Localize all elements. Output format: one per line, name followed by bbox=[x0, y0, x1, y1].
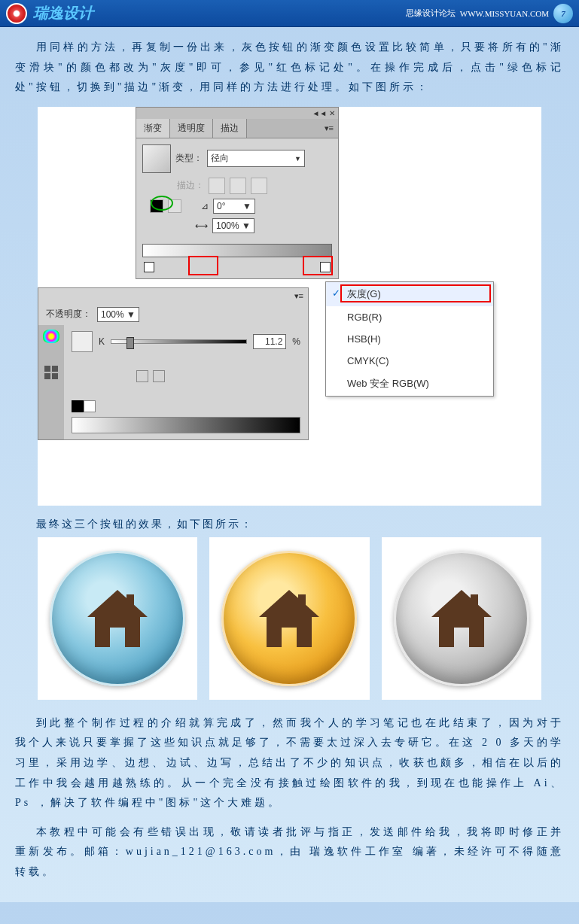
panel-controls[interactable]: ◄◄ ✕ bbox=[136, 108, 338, 119]
house-icon bbox=[251, 581, 327, 656]
angle-input[interactable]: 0°▼ bbox=[213, 199, 255, 214]
stroke-label: 描边： bbox=[177, 179, 204, 192]
scale-input[interactable]: 100%▼ bbox=[212, 218, 254, 233]
red-annotation-right bbox=[303, 256, 333, 275]
glass-button-gray bbox=[394, 551, 529, 686]
header-right: 思缘设计论坛 WWW.MISSYUAN.COM 7 bbox=[406, 4, 573, 23]
type-label: 类型： bbox=[175, 152, 203, 165]
color-panel-menu-icon[interactable]: ▾≡ bbox=[38, 288, 308, 304]
panel-menu-icon[interactable]: ▾≡ bbox=[320, 120, 338, 136]
page-header: 瑞逸设计 思缘设计论坛 WWW.MISSYUAN.COM 7 bbox=[0, 0, 579, 27]
chevron-down-icon: ▼ bbox=[242, 220, 251, 231]
stroke-mode-2[interactable] bbox=[230, 178, 246, 194]
green-annotation-circle bbox=[151, 196, 173, 211]
gradient-panel: ◄◄ ✕ 渐变 透明度 描边 ▾≡ 类型： 径向 ▼ 描边： bbox=[136, 107, 339, 279]
bw-swatch[interactable] bbox=[72, 400, 300, 412]
result-orange bbox=[209, 537, 369, 700]
palette-icon[interactable] bbox=[43, 330, 59, 343]
chevron-down-icon: ▼ bbox=[242, 201, 251, 211]
figure-panel-screenshot: ◄◄ ✕ 渐变 透明度 描边 ▾≡ 类型： 径向 ▼ 描边： bbox=[38, 107, 541, 506]
red-annotation-left bbox=[188, 256, 218, 275]
site-title: 瑞逸设计 bbox=[33, 3, 93, 23]
stroke-mode-1[interactable] bbox=[209, 178, 225, 194]
tab-stroke[interactable]: 描边 bbox=[213, 119, 247, 138]
color-side-tabs bbox=[38, 325, 64, 439]
opacity-label: 不透明度： bbox=[46, 308, 91, 321]
type-value: 径向 bbox=[211, 152, 229, 165]
house-icon bbox=[80, 581, 155, 656]
color-panel: ▾≡ 不透明度： 100%▼ K 11.2 bbox=[38, 287, 309, 440]
menu-item-websafe[interactable]: Web 安全 RGB(W) bbox=[326, 372, 493, 396]
type-select[interactable]: 径向 ▼ bbox=[207, 150, 305, 167]
glass-button-blue bbox=[50, 551, 185, 686]
page-number-badge: 7 bbox=[553, 4, 573, 23]
opacity-input[interactable]: 100%▼ bbox=[97, 307, 139, 322]
red-annotation-menu bbox=[340, 284, 491, 302]
k-slider[interactable] bbox=[111, 339, 247, 344]
result-buttons-row bbox=[38, 537, 541, 700]
gradient-swatch[interactable] bbox=[142, 144, 171, 173]
forum-name: 思缘设计论坛 bbox=[406, 8, 456, 19]
result-gray bbox=[382, 537, 541, 700]
tab-gradient[interactable]: 渐变 bbox=[136, 119, 170, 138]
menu-item-rgb[interactable]: RGB(R) bbox=[326, 306, 493, 328]
tab-transparency[interactable]: 透明度 bbox=[170, 119, 213, 138]
stroke-mode-3[interactable] bbox=[251, 178, 267, 194]
house-icon bbox=[424, 581, 499, 656]
color-swatch[interactable] bbox=[72, 331, 93, 352]
glass-button-orange bbox=[221, 551, 357, 686]
header-left: 瑞逸设计 bbox=[6, 3, 93, 24]
percent-label: % bbox=[292, 336, 300, 347]
k-label: K bbox=[99, 336, 105, 347]
figure-caption: 最终这三个按钮的效果，如下图所示： bbox=[36, 518, 564, 531]
chevron-down-icon: ▼ bbox=[126, 309, 136, 320]
swatches-icon[interactable] bbox=[44, 366, 58, 379]
page-content: 用同样的方法，再复制一份出来，灰色按钮的渐变颜色设置比较简单，只要将所有的"渐变… bbox=[0, 27, 579, 902]
scale-icon: ⟷ bbox=[195, 220, 208, 231]
angle-icon: ⊿ bbox=[201, 201, 209, 211]
site-logo-icon bbox=[6, 3, 27, 24]
result-blue bbox=[38, 537, 197, 700]
site-url: WWW.MISSYUAN.COM bbox=[460, 9, 549, 18]
paragraph-summary: 到此整个制作过程的介绍就算完成了，然而我个人的学习笔记也在此结束了，因为对于我个… bbox=[15, 713, 564, 813]
cube-icon[interactable] bbox=[136, 370, 148, 382]
paragraph-footer: 本教程中可能会有些错误出现，敬请读者批评与指正，发送邮件给我，我将即时修正并重新… bbox=[15, 822, 564, 883]
menu-item-hsb[interactable]: HSB(H) bbox=[326, 328, 493, 350]
menu-item-cmyk[interactable]: CMYK(C) bbox=[326, 350, 493, 372]
square-icon[interactable] bbox=[153, 370, 165, 382]
k-input[interactable]: 11.2 bbox=[253, 334, 286, 349]
panel-tabs: 渐变 透明度 描边 ▾≡ bbox=[136, 119, 338, 138]
paragraph-intro: 用同样的方法，再复制一份出来，灰色按钮的渐变颜色设置比较简单，只要将所有的"渐变… bbox=[15, 38, 564, 98]
chevron-down-icon: ▼ bbox=[294, 155, 301, 163]
gradient-stop-left[interactable] bbox=[144, 262, 154, 272]
spectrum-bar[interactable] bbox=[72, 417, 300, 433]
